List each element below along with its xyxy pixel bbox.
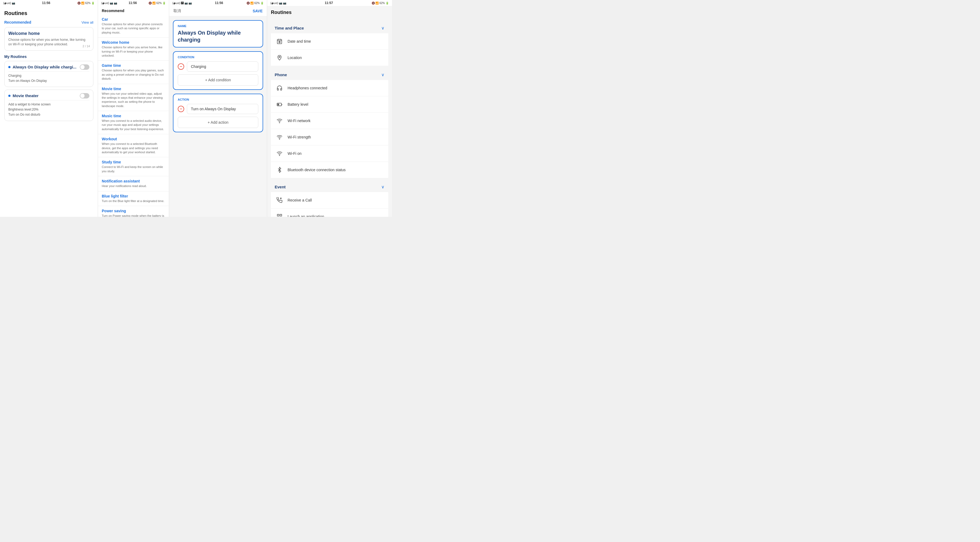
recommend-list: Car Choose options for when your phone c… bbox=[98, 14, 169, 217]
option-receive-call-label: Receive a Call bbox=[288, 198, 312, 202]
recommended-label: Recommended bbox=[4, 20, 31, 24]
routine-1-name: Always On Display while chargi... bbox=[8, 65, 76, 69]
option-wifi-strength[interactable]: Wi-Fi strength bbox=[271, 129, 388, 146]
option-wifi-on[interactable]: Wi-Fi on bbox=[271, 146, 388, 162]
svg-rect-9 bbox=[278, 103, 279, 105]
wifi-on-icon bbox=[275, 149, 284, 158]
recommend-power[interactable]: Power saving Turn on Power saving mode w… bbox=[98, 206, 169, 217]
routine-2-detail-1: Add a widget to Home screen bbox=[8, 102, 89, 107]
add-action-button[interactable]: + Add action bbox=[178, 117, 258, 128]
action-tag: Turn on Always On Display bbox=[187, 104, 258, 114]
name-section: NAME Always On Display while charging bbox=[173, 20, 263, 48]
name-value: Always On Display while charging bbox=[178, 29, 258, 43]
recommend-movie-title: Movie time bbox=[102, 87, 165, 91]
recommended-header: Recommended View all bbox=[4, 20, 94, 24]
action-row: − Turn on Always On Display bbox=[178, 104, 258, 114]
status-time-2: 11:56 bbox=[129, 1, 137, 5]
status-left-1: (◕ωα) 📷 bbox=[3, 2, 15, 5]
status-time-4: 11:57 bbox=[325, 1, 333, 5]
option-headphones[interactable]: Headphones connected bbox=[271, 80, 388, 96]
category-event-title: Event bbox=[275, 185, 286, 189]
category-time-place-header[interactable]: Time and Place ∨ bbox=[271, 23, 388, 33]
category-phone-title: Phone bbox=[275, 73, 287, 77]
option-launch-app[interactable]: Launch an application bbox=[271, 209, 388, 217]
recommend-study[interactable]: Study time Connect to Wi-Fi and keep the… bbox=[98, 157, 169, 176]
routine-1-dot bbox=[8, 66, 11, 68]
routine-2-dot bbox=[8, 95, 11, 97]
recommend-study-title: Study time bbox=[102, 160, 165, 164]
recommend-notification-title: Notification assistant bbox=[102, 179, 165, 183]
option-wifi-network-label: Wi-Fi network bbox=[288, 119, 311, 123]
card-pagination: 2 / 14 bbox=[83, 44, 90, 48]
option-battery-label: Battery level bbox=[288, 102, 308, 106]
recommend-welcome-desc: Choose options for when you arrive home,… bbox=[102, 45, 165, 58]
routine-1-title: Always On Display while chargi... bbox=[13, 65, 76, 69]
routine-1-condition: Charging bbox=[8, 73, 89, 78]
option-location-label: Location bbox=[288, 55, 302, 60]
routine-2-title: Movie theater bbox=[13, 94, 39, 98]
location-icon bbox=[275, 53, 284, 62]
recommend-power-title: Power saving bbox=[102, 209, 165, 213]
option-bluetooth-label: Bluetooth device connection status bbox=[288, 168, 345, 172]
option-launch-app-label: Launch an application bbox=[288, 214, 324, 217]
routine-item-2[interactable]: Movie theater Add a widget to Home scree… bbox=[4, 90, 94, 121]
category-event: Event ∨ Receive a Call bbox=[271, 182, 388, 217]
status-bar-1: (◕ωα) 📷 11:56 🔇 📶 62% 🔋 bbox=[0, 0, 98, 6]
condition-section: CONDITION − Charging + Add condition bbox=[173, 51, 263, 90]
recommend-car[interactable]: Car Choose options for when your phone c… bbox=[98, 14, 169, 38]
routine-2-header: Movie theater bbox=[8, 93, 89, 98]
chevron-time-place-icon: ∨ bbox=[381, 25, 385, 30]
status-left-2: (◕ωα) 📷 📷 bbox=[101, 2, 117, 5]
status-bar-2: (◕ωα) 📷 📷 11:56 🔇 📶 62% 🔋 bbox=[98, 0, 169, 6]
routine-2-toggle[interactable] bbox=[80, 93, 89, 98]
option-date-time-label: Date and time bbox=[288, 39, 311, 43]
option-battery[interactable]: Battery level bbox=[271, 96, 388, 113]
svg-rect-14 bbox=[277, 214, 279, 216]
add-condition-button[interactable]: + Add condition bbox=[178, 74, 258, 86]
welcome-card[interactable]: Welcome home Choose options for when you… bbox=[4, 27, 94, 51]
category-event-header[interactable]: Event ∨ bbox=[271, 182, 388, 192]
remove-condition-button[interactable]: − bbox=[178, 63, 184, 70]
option-location[interactable]: Location bbox=[271, 50, 388, 66]
option-date-time[interactable]: Date and time bbox=[271, 33, 388, 50]
recommend-music[interactable]: Music time When you connect to a selecte… bbox=[98, 111, 169, 134]
option-bluetooth[interactable]: Bluetooth device connection status bbox=[271, 162, 388, 178]
recommend-workout-title: Workout bbox=[102, 137, 165, 141]
wifi-network-icon bbox=[275, 116, 284, 125]
option-wifi-network[interactable]: Wi-Fi network bbox=[271, 113, 388, 129]
routine-2-name: Movie theater bbox=[8, 94, 39, 98]
cancel-button[interactable]: 取消 bbox=[173, 9, 181, 13]
recommend-notification[interactable]: Notification assistant Hear your notific… bbox=[98, 176, 169, 191]
receive-call-icon bbox=[275, 196, 284, 204]
event-options: Receive a Call Launch an application bbox=[271, 192, 388, 217]
recommend-game[interactable]: Game time Choose options for when you pl… bbox=[98, 61, 169, 84]
conditions-content: Time and Place ∨ bbox=[267, 19, 392, 217]
recommend-bluelight[interactable]: Blue light filter Turn on the Blue light… bbox=[98, 191, 169, 206]
routine-2-detail-3: Turn on Do not disturb bbox=[8, 112, 89, 117]
panel1-title: Routines bbox=[4, 10, 94, 16]
remove-action-button[interactable]: − bbox=[178, 106, 184, 112]
status-left-4: (◕ωα) 📷 📷 bbox=[270, 2, 286, 5]
save-button[interactable]: SAVE bbox=[253, 9, 262, 13]
routine-item-1[interactable]: Always On Display while chargi... Chargi… bbox=[4, 61, 94, 87]
panel-routines: (◕ωα) 📷 11:56 🔇 📶 62% 🔋 Routines Recomme… bbox=[0, 0, 98, 217]
name-label: NAME bbox=[178, 24, 258, 28]
condition-row: − Charging bbox=[178, 62, 258, 71]
status-right-3: 🔇 📶 62% 🔋 bbox=[247, 2, 264, 5]
view-all-button[interactable]: View all bbox=[81, 21, 94, 24]
battery-icon bbox=[275, 100, 284, 109]
recommend-welcome[interactable]: Welcome home Choose options for when you… bbox=[98, 38, 169, 61]
category-time-place: Time and Place ∨ bbox=[271, 23, 388, 66]
welcome-card-title: Welcome home bbox=[8, 31, 89, 36]
routine-2-detail-2: Brightness level:20% bbox=[8, 107, 89, 112]
status-right-1: 🔇 📶 62% 🔋 bbox=[77, 2, 94, 5]
category-phone-header[interactable]: Phone ∨ bbox=[271, 70, 388, 80]
recommend-movie[interactable]: Movie time When you run your selected vi… bbox=[98, 84, 169, 111]
routine-1-toggle[interactable] bbox=[80, 64, 89, 70]
time-place-options: Date and time Location bbox=[271, 33, 388, 66]
recommend-movie-desc: When you run your selected video app, ad… bbox=[102, 92, 165, 108]
recommend-workout[interactable]: Workout When you connect to a selected B… bbox=[98, 134, 169, 157]
category-time-place-title: Time and Place bbox=[275, 26, 304, 30]
status-time-1: 11:56 bbox=[42, 1, 50, 5]
option-receive-call[interactable]: Receive a Call bbox=[271, 192, 388, 209]
